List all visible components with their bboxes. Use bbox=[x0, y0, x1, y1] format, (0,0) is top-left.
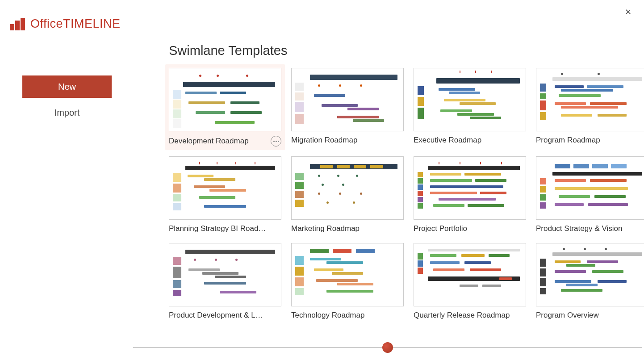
template-thumb bbox=[536, 156, 644, 220]
template-thumb bbox=[291, 68, 404, 131]
template-thumb bbox=[536, 68, 644, 131]
page-title: Swimlane Templates bbox=[169, 43, 644, 58]
template-label: Product Development & La… bbox=[169, 311, 267, 320]
template-thumb bbox=[414, 243, 526, 306]
template-label: Migration Roadmap bbox=[291, 136, 357, 145]
brand-name: OfficeTIMELINE bbox=[30, 17, 121, 31]
template-card-product-development-launch[interactable]: Product Development & La… bbox=[169, 243, 281, 320]
template-label: Quarterly Release Roadmap bbox=[414, 311, 510, 320]
template-label: Executive Roadmap bbox=[414, 136, 481, 145]
sidebar: New Import bbox=[0, 31, 134, 351]
template-card-executive-roadmap[interactable]: Executive Roadmap bbox=[414, 68, 526, 147]
template-card-program-overview[interactable]: Program Overview bbox=[536, 243, 644, 320]
app-header: OfficeTIMELINE bbox=[0, 0, 644, 31]
template-card-technology-roadmap[interactable]: Technology Roadmap bbox=[291, 243, 404, 320]
template-card-product-strategy-vision[interactable]: Product Strategy & Vision bbox=[536, 156, 644, 233]
brand-logo-icon bbox=[10, 18, 25, 30]
template-thumb bbox=[536, 243, 644, 306]
template-card-migration-roadmap[interactable]: Migration Roadmap bbox=[291, 68, 404, 147]
template-label: Program Overview bbox=[536, 311, 599, 320]
template-label: Development Roadmap bbox=[169, 137, 249, 146]
brand-first: Office bbox=[30, 17, 63, 30]
scroll-track[interactable] bbox=[133, 347, 642, 348]
template-thumb bbox=[291, 156, 404, 220]
close-button[interactable]: ✕ bbox=[621, 5, 635, 19]
template-thumb bbox=[169, 68, 281, 131]
template-thumb bbox=[414, 156, 526, 220]
template-card-quarterly-release-roadmap[interactable]: Quarterly Release Roadmap bbox=[414, 243, 526, 320]
template-card-project-portfolio[interactable]: Project Portfolio bbox=[414, 156, 526, 233]
template-label: Marketing Roadmap bbox=[291, 224, 360, 233]
template-thumb bbox=[291, 243, 404, 306]
template-label: Technology Roadmap bbox=[291, 311, 364, 320]
template-thumb bbox=[414, 68, 526, 131]
nav-new[interactable]: New bbox=[22, 75, 112, 98]
brand-second: TIMELINE bbox=[63, 17, 121, 30]
main-content: Swimlane Templates bbox=[134, 31, 644, 351]
template-label: Product Strategy & Vision bbox=[536, 224, 622, 233]
nav-new-label: New bbox=[58, 82, 76, 92]
nav-import[interactable]: Import bbox=[22, 101, 112, 124]
template-card-development-roadmap[interactable]: Development Roadmap bbox=[169, 68, 281, 147]
nav-import-label: Import bbox=[54, 108, 80, 118]
template-card-marketing-roadmap[interactable]: Marketing Roadmap bbox=[291, 156, 404, 233]
template-card-planning-strategy-bi-roadmap[interactable]: Planning Strategy BI Roadm… bbox=[169, 156, 281, 233]
template-card-program-roadmap[interactable]: Program Roadmap bbox=[536, 68, 644, 147]
scroll-handle[interactable] bbox=[382, 342, 393, 353]
template-thumb bbox=[169, 243, 281, 306]
template-grid: Development Roadmap bbox=[169, 68, 644, 320]
template-label: Program Roadmap bbox=[536, 136, 600, 145]
template-thumb bbox=[169, 156, 281, 220]
template-label: Project Portfolio bbox=[414, 224, 467, 233]
more-options-button[interactable] bbox=[271, 136, 281, 147]
template-label: Planning Strategy BI Roadm… bbox=[169, 224, 267, 233]
